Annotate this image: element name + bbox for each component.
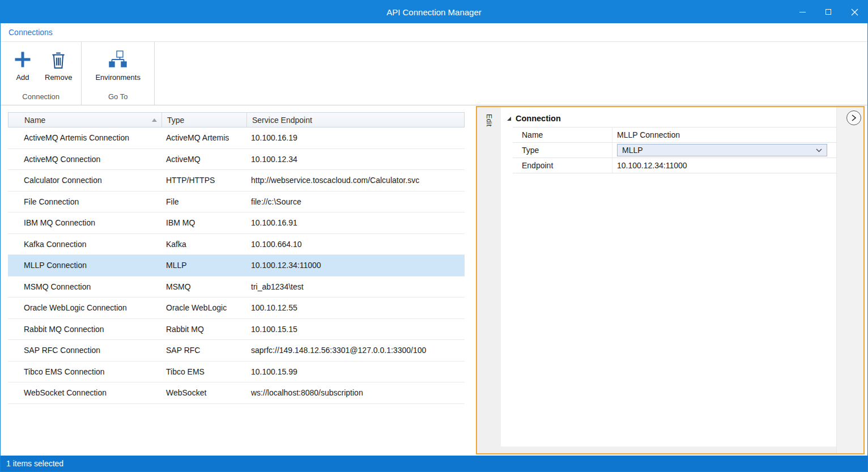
edit-panel-content: Connection Name MLLP Connection Type MLL… [501,107,836,447]
cell-type: ActiveMQ Artemis [161,133,246,142]
cell-name: Rabbit MQ Connection [8,325,161,334]
name-field-value[interactable]: MLLP Connection [612,130,836,139]
cell-name: MSMQ Connection [8,282,161,291]
environments-icon [108,49,128,70]
plus-icon [13,49,32,70]
cell-endpoint: 10.100.664.10 [246,240,465,249]
maximize-button[interactable] [815,1,841,23]
table-row[interactable]: Kafka ConnectionKafka10.100.664.10 [8,234,465,256]
cell-type: WebSocket [161,388,246,397]
cell-endpoint: file://c:\Source [246,197,465,206]
cell-name: WebSocket Connection [8,388,161,397]
cell-name: MLLP Connection [8,261,161,270]
table-row[interactable]: WebSocket ConnectionWebSocketws://localh… [8,382,465,404]
endpoint-field-value[interactable]: 10.100.12.34:11000 [612,161,836,170]
table-row[interactable]: Tibco EMS ConnectionTibco EMS10.100.15.9… [8,362,465,383]
type-field-label: Type [513,143,612,158]
cell-name: SAP RFC Connection [8,346,161,355]
table-row[interactable]: MLLP ConnectionMLLP10.100.12.34:11000 [8,255,465,277]
cell-endpoint: 10.100.12.34:11000 [246,261,465,270]
cell-endpoint: 10.100.15.99 [246,367,465,376]
table-row[interactable]: SAP RFC ConnectionSAP RFCsaprfc://149.14… [8,340,465,362]
endpoint-field-label: Endpoint [513,158,612,173]
cell-endpoint: ws://localhost:8080/subscription [246,388,465,397]
column-header-name-label: Name [24,116,45,125]
cell-type: MSMQ [161,282,246,291]
section-title: Connection [516,114,561,123]
minimize-icon [799,12,806,12]
type-dropdown-value: MLLP [622,146,643,155]
api-connection-manager-window: API Connection Manager Connections [0,0,868,472]
connection-section-header: Connection [501,107,836,127]
cell-name: Oracle WebLogic Connection [8,303,161,312]
group-label-connection: Connection [1,92,81,105]
cell-name: File Connection [8,197,161,206]
cell-type: Oracle WebLogic [161,303,246,312]
column-header-type[interactable]: Type [161,113,246,127]
edit-panel-right-strip [836,107,863,453]
column-header-endpoint[interactable]: Service Endpoint [246,113,464,127]
environments-button[interactable]: Environments [92,46,143,84]
expander-icon[interactable] [507,116,512,121]
table-row[interactable]: File ConnectionFilefile://c:\Source [8,192,465,213]
close-icon [851,8,858,16]
status-text: 1 items selected [6,459,63,468]
cell-endpoint: 10.100.15.15 [246,325,465,334]
environments-button-label: Environments [95,73,140,82]
cell-endpoint: http://webservice.toscacloud.com/Calcula… [246,176,465,185]
add-button-label: Add [16,73,29,82]
table-header: Name Type Service Endpoint [8,112,465,127]
cell-type: MLLP [161,261,246,270]
add-button[interactable]: Add [7,46,38,84]
cell-endpoint: 10.100.12.34 [246,155,465,164]
table-row[interactable]: ActiveMQ Artemis ConnectionActiveMQ Arte… [8,127,465,149]
edit-panel: Edit Connection Name MLLP Connection Typ… [476,106,865,454]
property-row-endpoint: Endpoint 10.100.12.34:11000 [513,158,836,173]
cell-endpoint: 10.100.16.19 [246,133,465,142]
column-header-name[interactable]: Name [8,113,161,127]
table-row[interactable]: IBM MQ ConnectionIBM MQ10.100.16.91 [8,212,465,234]
cell-name: Calculator Connection [8,176,161,185]
table-row[interactable]: Rabbit MQ ConnectionRabbit MQ10.100.15.1… [8,319,465,341]
cell-name: ActiveMQ Artemis Connection [8,133,161,142]
cell-type: HTTP/HTTPS [161,176,246,185]
table-row[interactable]: Oracle WebLogic ConnectionOracle WebLogi… [8,297,465,319]
type-field-value-cell: MLLP [612,144,836,156]
cell-type: File [161,197,246,206]
cell-type: Rabbit MQ [161,325,246,334]
cell-name: Tibco EMS Connection [8,367,161,376]
ribbon-tab-row: Connections [1,23,867,42]
minimize-button[interactable] [789,1,815,23]
remove-button[interactable]: Remove [41,46,75,84]
cell-endpoint: saprfc://149.148.12.56:3301@127.0.0.1:33… [246,346,465,355]
chevron-right-icon [851,114,857,122]
property-grid: Name MLLP Connection Type MLLP [513,127,836,173]
table-row[interactable]: Calculator ConnectionHTTP/HTTPShttp://we… [8,170,465,192]
edit-tab-label[interactable]: Edit [485,114,493,453]
cell-endpoint: 100.10.12.55 [246,303,465,312]
window-title: API Connection Manager [1,7,867,17]
group-label-goto: Go To [82,92,154,105]
ribbon-group-connection: Add Remove Connection [1,42,82,105]
tab-connections[interactable]: Connections [8,28,53,37]
cell-type: ActiveMQ [161,155,246,164]
status-bar: 1 items selected [1,456,867,471]
cell-endpoint: 10.100.16.91 [246,218,465,227]
cell-type: Tibco EMS [161,367,246,376]
sort-asc-icon [152,118,157,122]
collapse-panel-button[interactable] [846,110,861,125]
cell-name: IBM MQ Connection [8,218,161,227]
table-row[interactable]: MSMQ ConnectionMSMQtri_ab1234\test [8,277,465,298]
ribbon-group-goto: Environments Go To [82,42,154,105]
type-dropdown[interactable]: MLLP [617,144,827,156]
column-header-endpoint-label: Service Endpoint [252,116,312,125]
close-button[interactable] [841,1,867,23]
column-header-type-label: Type [167,116,184,125]
name-field-label: Name [513,127,612,142]
maximize-icon [826,9,831,15]
property-row-name: Name MLLP Connection [513,127,836,143]
cell-name: ActiveMQ Connection [8,155,161,164]
window-controls [789,1,867,23]
property-row-type: Type MLLP [513,143,836,158]
table-row[interactable]: ActiveMQ ConnectionActiveMQ10.100.12.34 [8,149,465,171]
